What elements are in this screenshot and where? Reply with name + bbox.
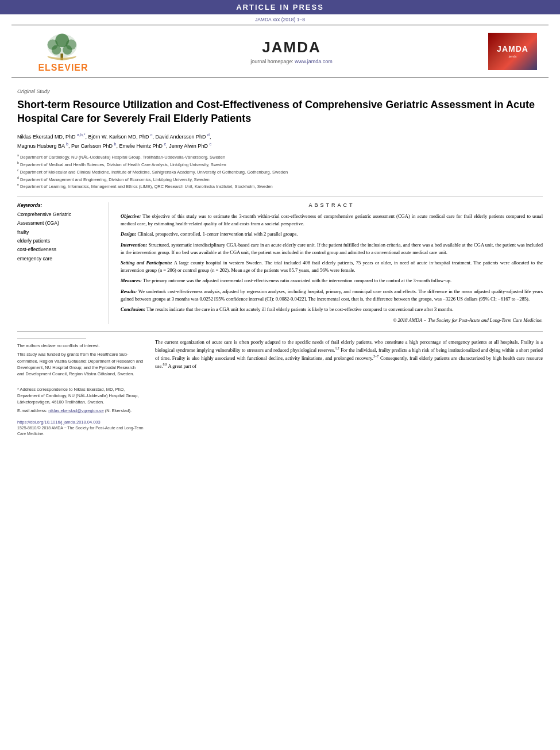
- keyword-cga: Comprehensive Geriatric Assessment (CGA): [17, 210, 97, 228]
- doi-line: https://doi.org/10.1016/j.jamda.2018.04.…: [17, 419, 144, 425]
- affiliation-e: e Department of Learning, Informatics, M…: [17, 183, 543, 190]
- email-label: E-mail address:: [17, 408, 47, 413]
- keyword-emergency: emergency care: [17, 255, 97, 263]
- abstract-title: ABSTRACT: [121, 202, 543, 208]
- jamda-logo-box: JAMDA jamda: [488, 33, 537, 70]
- abstract-conclusion-label: Conclusion:: [121, 306, 145, 312]
- keywords-title: Keywords:: [17, 202, 97, 208]
- elsevier-brand-text: ELSEVIER: [38, 63, 88, 73]
- affiliation-a: a Department of Cardiology, NU (NÄL-Udde…: [17, 153, 543, 160]
- abstract-intervention: Intervention: Structured, systematic int…: [121, 241, 543, 256]
- article-title: Short-term Resource Utilization and Cost…: [17, 98, 543, 126]
- affiliation-d: d Department of Management and Engineeri…: [17, 176, 543, 183]
- abstract-intervention-label: Intervention:: [121, 242, 147, 248]
- affiliations-section: a Department of Cardiology, NU (NÄL-Udde…: [17, 153, 543, 197]
- author-primary: Niklas Ekerstad MD, PhD: [17, 134, 76, 140]
- keywords-box: Keywords: Comprehensive Geriatric Assess…: [17, 202, 103, 263]
- elsevier-tree-icon: [32, 30, 95, 61]
- abstract-setting: Setting and Participants: A large county…: [121, 259, 543, 274]
- journal-info-line: JAMDA xxx (2018) 1−8: [0, 14, 560, 25]
- authors-line: Niklas Ekerstad MD, PhD a,b,*, Björn W. …: [17, 132, 543, 151]
- doi-link[interactable]: https://doi.org/10.1016/j.jamda.2018.04.…: [17, 420, 101, 425]
- journal-title: JAMDA: [103, 39, 480, 56]
- journal-center: JAMDA journal homepage: www.jamda.com: [103, 39, 480, 64]
- abstract-setting-label: Setting and Participants:: [121, 260, 172, 266]
- abstract-objective: Objective: The objective of this study w…: [121, 213, 543, 228]
- abstract-measures-label: Measures:: [121, 278, 142, 283]
- footnote-email-line: E-mail address: niklas.ekerstad@vgregion…: [17, 407, 144, 414]
- journal-homepage-line: journal homepage: www.jamda.com: [103, 59, 480, 64]
- footnotes-column: The authors declare no conflicts of inte…: [17, 339, 144, 437]
- issn-line: 1525-8610/© 2018 AMDA − The Society for …: [17, 425, 144, 437]
- email-suffix: (N. Ekerstad).: [105, 408, 132, 413]
- affiliation-b: b Department of Medical and Health Scien…: [17, 161, 543, 168]
- journal-header: ELSEVIER JAMDA journal homepage: www.jam…: [11, 25, 549, 78]
- abstract-measures: Measures: The primary outcome was the ad…: [121, 277, 543, 284]
- footnote-funding: This study was funded by grants from the…: [17, 351, 144, 377]
- abstract-section: Keywords: Comprehensive Geriatric Assess…: [17, 202, 543, 324]
- svg-point-5: [52, 45, 61, 55]
- abstract-conclusion: Conclusion: The results indicate that th…: [121, 306, 543, 313]
- keyword-frailty: frailty: [17, 228, 97, 237]
- abstract-text: Objective: The objective of this study w…: [121, 213, 543, 324]
- section-divider: [17, 331, 543, 332]
- author-email-link[interactable]: niklas.ekerstad@vgregion.se: [48, 408, 103, 413]
- journal-homepage-link[interactable]: www.jamda.com: [295, 59, 333, 64]
- body-text-column: The current organization of acute care i…: [155, 339, 543, 437]
- body-paragraph-1: The current organization of acute care i…: [155, 339, 543, 370]
- abstract-design-label: Design:: [121, 231, 136, 237]
- footnote-correspondence: * Address correspondence to Niklas Ekers…: [17, 386, 144, 406]
- keywords-column: Keywords: Comprehensive Geriatric Assess…: [17, 202, 109, 324]
- abstract-column: ABSTRACT Objective: The objective of thi…: [121, 202, 543, 324]
- footnote-rule: [17, 339, 86, 339]
- keyword-cost: cost-effectiveness: [17, 245, 97, 254]
- elsevier-logo: ELSEVIER: [23, 30, 103, 73]
- abstract-results-label: Results:: [121, 289, 137, 294]
- svg-point-6: [63, 45, 72, 55]
- abstract-design: Design: Clinical, prospective, controlle…: [121, 230, 543, 238]
- abstract-copyright: © 2018 AMDA − The Society for Post-Acute…: [121, 317, 543, 324]
- jamda-logo-text: JAMDA: [497, 44, 528, 53]
- affiliation-c: c Department of Molecular and Clinical M…: [17, 168, 543, 175]
- keyword-elderly: elderly patients: [17, 237, 97, 245]
- footnote-conflicts: The authors declare no conflicts of inte…: [17, 343, 144, 349]
- article-in-press-banner: ARTICLE IN PRESS: [0, 0, 560, 14]
- abstract-results: Results: We undertook cost-effectiveness…: [121, 288, 543, 303]
- jamda-logo-container: JAMDA jamda: [480, 33, 537, 70]
- study-type-label: Original Study: [17, 89, 543, 94]
- jamda-logo-subtitle: jamda: [509, 55, 517, 59]
- bottom-section: The authors declare no conflicts of inte…: [17, 339, 543, 437]
- abstract-objective-label: Objective:: [121, 213, 141, 219]
- main-content: Original Study Short-term Resource Utili…: [0, 78, 560, 449]
